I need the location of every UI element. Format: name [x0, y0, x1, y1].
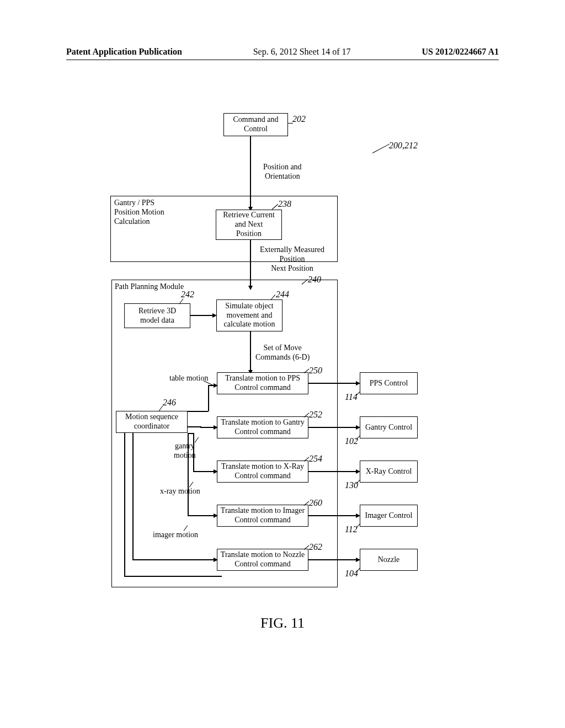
- figure-caption: FIG. 11: [0, 615, 565, 631]
- translate-nozzle-box: Translate motion to Nozzle Control comma…: [217, 549, 308, 571]
- ref-200-212: 200,212: [389, 141, 418, 151]
- translate-pps-box: Translate motion to PPS Control command: [217, 372, 308, 394]
- coord-imager-h: [188, 515, 215, 516]
- translate-xray-box: Translate motion to X-Ray Control comman…: [217, 461, 308, 483]
- ref-202: 202: [292, 114, 306, 124]
- coord-extra-2h: [132, 559, 215, 560]
- arrow-gantry: [308, 427, 357, 428]
- label-table-motion: table motion: [169, 374, 208, 383]
- label-set-move: Set of Move Commands (6-D): [255, 344, 310, 362]
- label-ext-measured: Externally Measured Position Next Positi…: [260, 245, 324, 273]
- label-path-planning: Path Planning Module: [115, 282, 184, 292]
- gantry-control-box: Gantry Control: [360, 416, 418, 438]
- ref-246: 246: [163, 398, 176, 408]
- coord-extra-1: [124, 433, 125, 576]
- ref-250: 250: [309, 366, 322, 376]
- retrieve-current-box: Retrieve Current and Next Position: [216, 210, 282, 240]
- xray-control-box: X-Ray Control: [360, 461, 418, 483]
- coord-gantry-h: [200, 427, 215, 428]
- ref-252: 252: [309, 410, 322, 420]
- command-control-box: Command and Control: [223, 113, 288, 136]
- header-right: US 2012/0224667 A1: [422, 47, 499, 57]
- coord-xray-h: [193, 471, 215, 472]
- label-xray-motion: x-ray motion: [160, 487, 200, 496]
- motion-coord-box: Motion sequence coordinator: [116, 411, 188, 433]
- pps-control-box: PPS Control: [360, 372, 418, 394]
- arrow-pps: [308, 383, 357, 384]
- ref-260: 260: [309, 498, 322, 508]
- header-left: Patent Application Publication: [66, 47, 182, 57]
- label-gantry-motion: gantry motion: [174, 442, 196, 461]
- label-imager-motion: imager motion: [153, 531, 198, 540]
- coord-imager-v: [188, 433, 189, 516]
- nozzle-box: Nozzle: [360, 549, 418, 571]
- ref-240: 240: [308, 275, 321, 285]
- label-position-orient: Position and Orientation: [263, 163, 302, 181]
- page-header: Patent Application Publication Sep. 6, 2…: [0, 47, 565, 57]
- arrow-3d-simulate: [190, 315, 214, 316]
- header-center: Sep. 6, 2012 Sheet 14 of 17: [253, 47, 351, 57]
- coord-table-v: [208, 385, 209, 411]
- translate-imager-box: Translate motion to Imager Control comma…: [217, 505, 308, 527]
- arrow-xray: [308, 471, 357, 472]
- coord-xray-link: [188, 433, 194, 434]
- coord-xray-v: [193, 433, 194, 472]
- label-gantry-pps-calc: Gantry / PPS Position Motion Calculation: [114, 199, 164, 226]
- figure-diagram: Command and Control 202 200,212 Position…: [108, 113, 450, 609]
- coord-table-h: [208, 385, 215, 386]
- ref-244: 244: [276, 290, 289, 299]
- coord-extra-2: [132, 433, 134, 560]
- ref-102: 102: [345, 436, 358, 446]
- coord-extra-1h: [124, 576, 222, 577]
- ref-112: 112: [345, 524, 358, 534]
- ref-238: 238: [278, 199, 291, 209]
- header-border: [66, 60, 499, 60]
- ref-262: 262: [309, 542, 322, 552]
- translate-gantry-box: Translate motion to Gantry Control comma…: [217, 416, 308, 438]
- ref-114: 114: [345, 392, 358, 402]
- coord-gantry-link: [188, 426, 200, 427]
- retrieve-3d-box: Retrieve 3D model data: [124, 303, 190, 328]
- ref-130: 130: [345, 480, 358, 490]
- arrow-nozzle: [308, 559, 357, 560]
- ref-254: 254: [309, 454, 322, 464]
- ref-242: 242: [181, 290, 194, 299]
- lead-202: [288, 123, 293, 124]
- lead-200: [372, 144, 390, 153]
- imager-control-box: Imager Control: [360, 505, 418, 527]
- arrow-imager: [308, 515, 357, 516]
- arrow-simulate-down: [250, 331, 251, 371]
- simulate-box: Simulate object movement and calculate m…: [216, 299, 282, 331]
- ref-104: 104: [345, 569, 358, 579]
- coord-table-link: [188, 411, 208, 412]
